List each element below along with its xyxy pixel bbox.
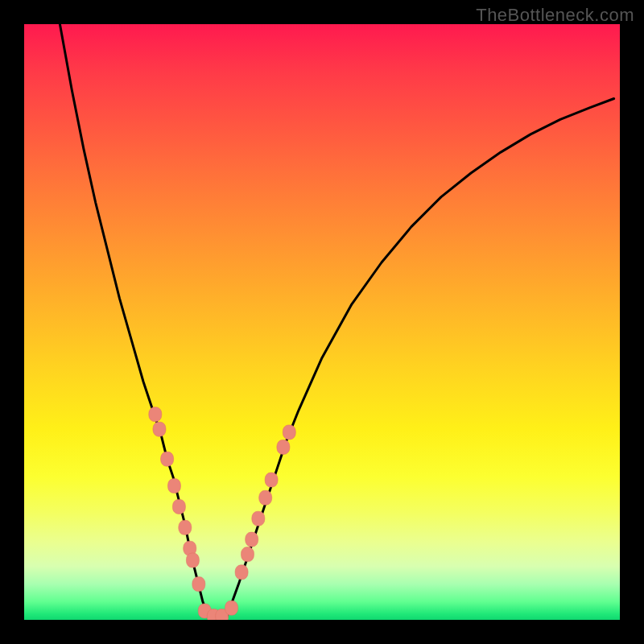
data-marker xyxy=(161,452,174,466)
data-marker xyxy=(242,547,254,562)
watermark-text: TheBottleneck.com xyxy=(476,5,634,26)
data-marker xyxy=(246,532,258,547)
data-marker xyxy=(259,490,272,505)
data-marker xyxy=(153,422,166,436)
data-marker xyxy=(179,520,192,535)
data-marker xyxy=(172,499,185,514)
data-marker xyxy=(235,565,248,580)
data-marker xyxy=(265,473,278,487)
data-marker xyxy=(225,601,238,615)
data-marker xyxy=(167,479,180,493)
bottleneck-curve-right xyxy=(227,99,614,617)
data-marker xyxy=(252,511,265,526)
data-marker xyxy=(283,425,295,440)
data-marker xyxy=(186,553,199,568)
curve-overlay xyxy=(24,24,620,620)
data-marker xyxy=(277,440,290,454)
data-marker xyxy=(192,577,205,592)
chart-container: TheBottleneck.com xyxy=(0,0,644,644)
data-marker xyxy=(149,407,162,422)
plot-area xyxy=(24,24,620,620)
